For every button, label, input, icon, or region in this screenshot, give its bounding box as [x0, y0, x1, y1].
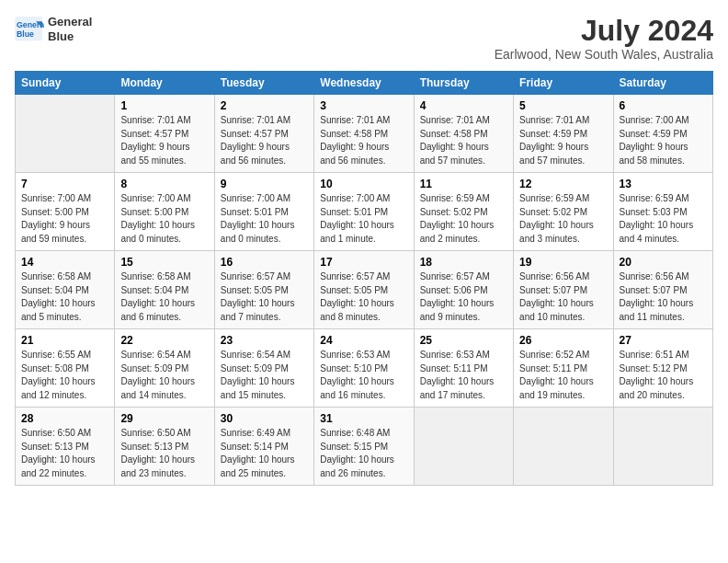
calendar-cell	[414, 408, 513, 486]
day-number: 28	[21, 412, 108, 425]
day-info: Sunrise: 6:55 AM Sunset: 5:08 PM Dayligh…	[21, 349, 108, 402]
header-saturday: Saturday	[613, 72, 712, 95]
day-number: 2	[221, 99, 308, 112]
day-info: Sunrise: 6:53 AM Sunset: 5:11 PM Dayligh…	[420, 349, 507, 402]
day-info: Sunrise: 6:57 AM Sunset: 5:06 PM Dayligh…	[420, 270, 507, 324]
header-monday: Monday	[115, 72, 214, 95]
calendar-cell: 25Sunrise: 6:53 AM Sunset: 5:11 PM Dayli…	[414, 329, 513, 408]
day-info: Sunrise: 7:00 AM Sunset: 4:59 PM Dayligh…	[620, 114, 707, 167]
day-number: 7	[21, 178, 108, 190]
calendar-cell: 9Sunrise: 7:00 AM Sunset: 5:01 PM Daylig…	[214, 173, 313, 251]
day-info: Sunrise: 6:59 AM Sunset: 5:02 PM Dayligh…	[519, 192, 607, 246]
day-info: Sunrise: 6:51 AM Sunset: 5:12 PM Dayligh…	[620, 349, 707, 402]
logo-icon: General Blue	[15, 17, 44, 42]
title-area: July 2024 Earlwood, New South Wales, Aus…	[495, 15, 713, 62]
day-info: Sunrise: 6:57 AM Sunset: 5:05 PM Dayligh…	[221, 270, 308, 324]
day-number: 25	[420, 334, 507, 347]
day-info: Sunrise: 7:00 AM Sunset: 5:00 PM Dayligh…	[120, 192, 208, 246]
day-number: 31	[320, 412, 407, 425]
calendar-cell	[16, 95, 115, 173]
calendar-cell: 8Sunrise: 7:00 AM Sunset: 5:00 PM Daylig…	[115, 173, 214, 251]
day-info: Sunrise: 6:56 AM Sunset: 5:07 PM Dayligh…	[620, 270, 707, 324]
day-info: Sunrise: 7:01 AM Sunset: 4:57 PM Dayligh…	[221, 114, 308, 167]
day-number: 27	[620, 334, 707, 347]
day-info: Sunrise: 7:00 AM Sunset: 5:00 PM Dayligh…	[21, 192, 108, 246]
calendar-cell: 5Sunrise: 7:01 AM Sunset: 4:59 PM Daylig…	[514, 95, 613, 173]
calendar-cell: 26Sunrise: 6:52 AM Sunset: 5:11 PM Dayli…	[514, 329, 613, 408]
day-info: Sunrise: 6:54 AM Sunset: 5:09 PM Dayligh…	[221, 349, 308, 402]
day-number: 23	[221, 334, 308, 347]
day-number: 9	[221, 178, 308, 190]
day-number: 20	[620, 256, 707, 269]
day-number: 4	[420, 99, 507, 112]
calendar-body: 1Sunrise: 7:01 AM Sunset: 4:57 PM Daylig…	[16, 95, 713, 486]
calendar-cell: 1Sunrise: 7:01 AM Sunset: 4:57 PM Daylig…	[115, 95, 214, 173]
svg-text:Blue: Blue	[17, 29, 34, 38]
calendar-cell: 14Sunrise: 6:58 AM Sunset: 5:04 PM Dayli…	[16, 251, 115, 329]
calendar-cell: 20Sunrise: 6:56 AM Sunset: 5:07 PM Dayli…	[613, 251, 712, 329]
header-wednesday: Wednesday	[314, 72, 414, 95]
day-number: 3	[320, 99, 407, 112]
calendar-cell: 18Sunrise: 6:57 AM Sunset: 5:06 PM Dayli…	[414, 251, 513, 329]
header-thursday: Thursday	[414, 72, 513, 95]
calendar-cell: 6Sunrise: 7:00 AM Sunset: 4:59 PM Daylig…	[613, 95, 712, 173]
calendar-cell: 29Sunrise: 6:50 AM Sunset: 5:13 PM Dayli…	[115, 408, 214, 486]
day-number: 26	[519, 334, 607, 347]
calendar-cell: 27Sunrise: 6:51 AM Sunset: 5:12 PM Dayli…	[613, 329, 712, 408]
day-number: 13	[620, 178, 707, 190]
day-info: Sunrise: 6:57 AM Sunset: 5:05 PM Dayligh…	[320, 270, 407, 324]
calendar-week-5: 28Sunrise: 6:50 AM Sunset: 5:13 PM Dayli…	[16, 408, 713, 486]
calendar-cell: 30Sunrise: 6:49 AM Sunset: 5:14 PM Dayli…	[214, 408, 313, 486]
calendar-cell	[613, 408, 712, 486]
day-number: 1	[120, 99, 208, 112]
month-title: July 2024	[495, 15, 713, 47]
calendar-cell: 7Sunrise: 7:00 AM Sunset: 5:00 PM Daylig…	[16, 173, 115, 251]
calendar-cell: 16Sunrise: 6:57 AM Sunset: 5:05 PM Dayli…	[214, 251, 313, 329]
day-number: 30	[221, 412, 308, 425]
header-friday: Friday	[514, 72, 613, 95]
day-number: 17	[320, 256, 407, 269]
day-number: 18	[420, 256, 507, 269]
calendar-header: Sunday Monday Tuesday Wednesday Thursday…	[16, 72, 713, 95]
day-info: Sunrise: 6:59 AM Sunset: 5:03 PM Dayligh…	[620, 192, 707, 246]
day-number: 19	[519, 256, 607, 269]
day-info: Sunrise: 6:49 AM Sunset: 5:14 PM Dayligh…	[221, 427, 308, 480]
day-info: Sunrise: 6:48 AM Sunset: 5:15 PM Dayligh…	[320, 427, 407, 480]
day-number: 16	[221, 256, 308, 269]
calendar-cell: 10Sunrise: 7:00 AM Sunset: 5:01 PM Dayli…	[314, 173, 414, 251]
day-number: 14	[21, 256, 108, 269]
day-info: Sunrise: 7:01 AM Sunset: 4:58 PM Dayligh…	[420, 114, 507, 167]
calendar-cell: 28Sunrise: 6:50 AM Sunset: 5:13 PM Dayli…	[16, 408, 115, 486]
calendar-cell: 12Sunrise: 6:59 AM Sunset: 5:02 PM Dayli…	[514, 173, 613, 251]
day-info: Sunrise: 6:54 AM Sunset: 5:09 PM Dayligh…	[120, 349, 208, 402]
calendar-week-2: 7Sunrise: 7:00 AM Sunset: 5:00 PM Daylig…	[16, 173, 713, 251]
header-tuesday: Tuesday	[214, 72, 313, 95]
day-number: 29	[120, 412, 208, 425]
calendar-cell	[514, 408, 613, 486]
day-number: 22	[120, 334, 208, 347]
calendar-cell: 3Sunrise: 7:01 AM Sunset: 4:58 PM Daylig…	[314, 95, 414, 173]
day-number: 15	[120, 256, 208, 269]
day-info: Sunrise: 7:00 AM Sunset: 5:01 PM Dayligh…	[320, 192, 407, 246]
day-info: Sunrise: 6:50 AM Sunset: 5:13 PM Dayligh…	[120, 427, 208, 480]
day-info: Sunrise: 6:58 AM Sunset: 5:04 PM Dayligh…	[120, 270, 208, 324]
day-info: Sunrise: 6:58 AM Sunset: 5:04 PM Dayligh…	[21, 270, 108, 324]
calendar-cell: 21Sunrise: 6:55 AM Sunset: 5:08 PM Dayli…	[16, 329, 115, 408]
day-number: 5	[519, 99, 607, 112]
calendar-cell: 2Sunrise: 7:01 AM Sunset: 4:57 PM Daylig…	[214, 95, 313, 173]
day-number: 11	[420, 178, 507, 190]
location-title: Earlwood, New South Wales, Australia	[495, 47, 713, 62]
logo-line1: General	[48, 15, 92, 29]
header-row: Sunday Monday Tuesday Wednesday Thursday…	[16, 72, 713, 95]
calendar-cell: 22Sunrise: 6:54 AM Sunset: 5:09 PM Dayli…	[115, 329, 214, 408]
day-number: 10	[320, 178, 407, 190]
page-header: General Blue General Blue July 2024 Earl…	[15, 15, 713, 62]
calendar-week-1: 1Sunrise: 7:01 AM Sunset: 4:57 PM Daylig…	[16, 95, 713, 173]
calendar-cell: 13Sunrise: 6:59 AM Sunset: 5:03 PM Dayli…	[613, 173, 712, 251]
day-info: Sunrise: 7:01 AM Sunset: 4:58 PM Dayligh…	[320, 114, 407, 167]
header-sunday: Sunday	[16, 72, 115, 95]
calendar-cell: 4Sunrise: 7:01 AM Sunset: 4:58 PM Daylig…	[414, 95, 513, 173]
day-info: Sunrise: 6:52 AM Sunset: 5:11 PM Dayligh…	[519, 349, 607, 402]
day-number: 6	[620, 99, 707, 112]
calendar-cell: 23Sunrise: 6:54 AM Sunset: 5:09 PM Dayli…	[214, 329, 313, 408]
